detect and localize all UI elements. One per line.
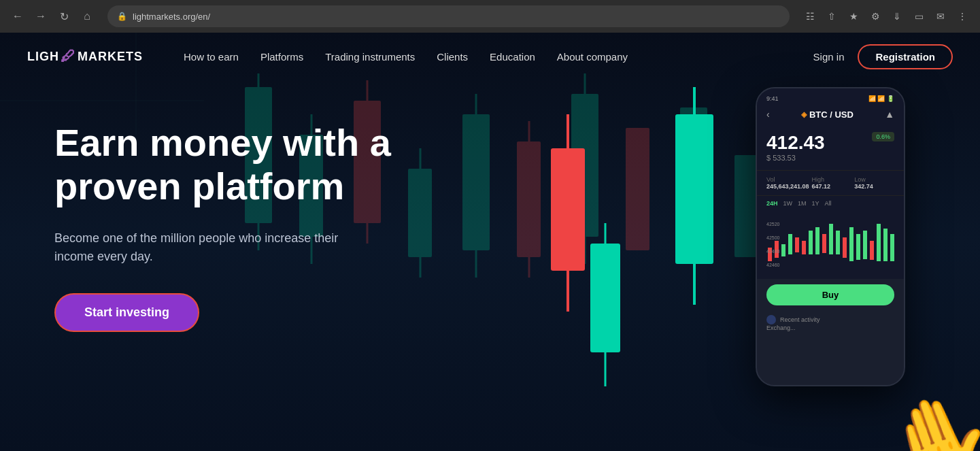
svg-rect-59 <box>849 227 854 261</box>
refresh-button[interactable]: ↻ <box>54 7 73 26</box>
share-btn[interactable]: ⇧ <box>822 7 841 26</box>
svg-rect-52 <box>802 241 806 254</box>
hero-section: Earn money with a proven platform Become… <box>0 80 476 332</box>
url-text: lightmarkets.org/en/ <box>133 12 210 22</box>
svg-rect-39 <box>551 148 585 271</box>
browser-nav-buttons: ← → ↻ ⌂ <box>8 7 97 26</box>
phone-vol-label: Vol <box>766 176 809 183</box>
phone-high-section: High 647.12 <box>812 176 852 190</box>
window-btn[interactable]: ▭ <box>909 7 928 26</box>
phone-stats: Vol 245,643,241.08 High 647.12 Low 342.7… <box>757 171 904 196</box>
download-btn[interactable]: ⇓ <box>888 7 907 26</box>
candle-green-mid <box>585 223 626 430</box>
phone-recent-label: Recent activity <box>780 316 820 323</box>
svg-rect-53 <box>809 231 813 254</box>
home-button[interactable]: ⌂ <box>78 7 97 26</box>
nav-platforms[interactable]: Platforms <box>260 51 303 63</box>
phone-bell-icon[interactable]: ▲ <box>885 109 894 120</box>
tf-1m[interactable]: 1M <box>798 200 807 207</box>
svg-rect-55 <box>822 234 826 253</box>
phone-mockup: 9:41 📶 📶 🔋 ‹ ◈ BTC / USD ▲ 0.6% 412.43 $… <box>756 87 905 386</box>
phone-status-bar: 9:41 📶 📶 🔋 <box>766 95 894 102</box>
svg-rect-61 <box>863 231 867 259</box>
sign-in-button[interactable]: Sign in <box>813 51 845 63</box>
svg-rect-58 <box>843 237 847 258</box>
profile-btn[interactable]: ✉ <box>931 7 950 26</box>
svg-rect-60 <box>856 234 860 260</box>
phone-vol-value: 245,643,241.08 <box>766 183 809 190</box>
logo-text-before: LIGH <box>27 50 59 64</box>
phone-price-sub: $ 533.53 <box>766 154 894 162</box>
nav-how-to-earn[interactable]: How to earn <box>184 51 239 63</box>
nav-right: Sign in Registration <box>813 44 953 69</box>
phone-pair-title: ◈ BTC / USD <box>801 110 854 120</box>
phone-pair-text: BTC / USD <box>809 110 854 120</box>
phone-vol-section: Vol 245,643,241.08 <box>766 176 809 190</box>
phone-header: 9:41 📶 📶 🔋 ‹ ◈ BTC / USD ▲ <box>757 88 904 127</box>
phone-time: 9:41 <box>766 95 779 102</box>
logo[interactable]: LIGH 🖊 MARKETS <box>27 48 143 65</box>
logo-icon: 🖊 <box>61 48 76 65</box>
browser-chrome: ← → ↻ ⌂ 🔒 lightmarkets.org/en/ ☷ ⇧ ★ ⚙ ⇓… <box>0 0 980 33</box>
nav-trading-instruments[interactable]: Trading instruments <box>325 51 415 63</box>
phone-low-label: Low <box>854 176 894 183</box>
registration-button[interactable]: Registration <box>858 44 953 69</box>
lock-icon: 🔒 <box>117 12 127 21</box>
start-investing-button[interactable]: Start investing <box>54 293 199 332</box>
nav-clients[interactable]: Clients <box>437 51 468 63</box>
tf-1w[interactable]: 1W <box>783 200 793 207</box>
phone-signals: 📶 📶 🔋 <box>868 95 894 102</box>
phone-low-value: 342.74 <box>854 183 894 190</box>
btc-icon: ◈ <box>801 110 807 119</box>
phone-buy-button[interactable]: Buy <box>766 284 894 305</box>
hero-title: Earn money with a proven platform <box>54 121 422 209</box>
phone-timeframes: 24H 1W 1M 1Y All <box>757 196 904 211</box>
logo-text-after: MARKETS <box>78 50 143 64</box>
svg-rect-33 <box>626 128 649 250</box>
svg-rect-51 <box>795 237 799 252</box>
phone-chart-area: 42520 42500 42480 42460 <box>757 211 904 279</box>
browser-actions: ☷ ⇧ ★ ⚙ ⇓ ▭ ✉ ⋮ <box>800 7 972 26</box>
svg-rect-45 <box>675 114 713 264</box>
candle-green-right <box>667 87 722 348</box>
nav-about-company[interactable]: About company <box>557 51 628 63</box>
svg-rect-57 <box>836 231 840 254</box>
menu-btn[interactable]: ⋮ <box>953 7 972 26</box>
svg-text:42520: 42520 <box>766 222 780 227</box>
nav-education[interactable]: Education <box>490 51 535 63</box>
phone-mockup-area: 9:41 📶 📶 🔋 ‹ ◈ BTC / USD ▲ 0.6% 412.43 $… <box>722 73 939 451</box>
phone-price-section: 0.6% 412.43 $ 533.53 <box>757 127 904 171</box>
phone-price-badge: 0.6% <box>872 132 894 141</box>
tf-24h[interactable]: 24H <box>766 200 778 207</box>
phone-recent-sub: Exchang... <box>766 324 796 331</box>
svg-rect-64 <box>883 229 888 261</box>
screenshot-btn[interactable]: ☷ <box>800 7 820 26</box>
phone-back-arrow[interactable]: ‹ <box>766 109 770 120</box>
svg-text:42460: 42460 <box>766 263 780 267</box>
phone-high-value: 647.12 <box>812 183 852 190</box>
phone-recent-activity: Recent activity Exchang... <box>757 311 904 335</box>
svg-rect-27 <box>517 141 541 257</box>
nav-links: How to earn Platforms Trading instrument… <box>184 51 813 63</box>
svg-rect-63 <box>877 224 881 261</box>
tf-1y[interactable]: 1Y <box>812 200 820 207</box>
tf-all[interactable]: All <box>825 200 832 207</box>
phone-low-section: Low 342.74 <box>854 176 894 190</box>
svg-text:42500: 42500 <box>766 235 780 240</box>
bookmark-btn[interactable]: ★ <box>844 7 863 26</box>
hero-subtitle: Become one of the million people who inc… <box>54 229 381 266</box>
svg-rect-42 <box>590 244 620 352</box>
phone-high-label: High <box>812 176 852 183</box>
svg-rect-62 <box>870 241 874 260</box>
page: LIGH 🖊 MARKETS How to earn Platforms Tra… <box>0 33 980 451</box>
svg-rect-49 <box>781 244 785 256</box>
svg-rect-56 <box>829 224 833 254</box>
forward-button[interactable]: → <box>31 7 50 26</box>
svg-rect-54 <box>815 227 820 254</box>
back-button[interactable]: ← <box>8 7 27 26</box>
extensions-btn[interactable]: ⚙ <box>866 7 885 26</box>
svg-text:42480: 42480 <box>766 249 780 254</box>
address-bar[interactable]: 🔒 lightmarkets.org/en/ <box>107 5 790 27</box>
svg-rect-50 <box>788 234 792 254</box>
svg-rect-65 <box>890 234 894 261</box>
